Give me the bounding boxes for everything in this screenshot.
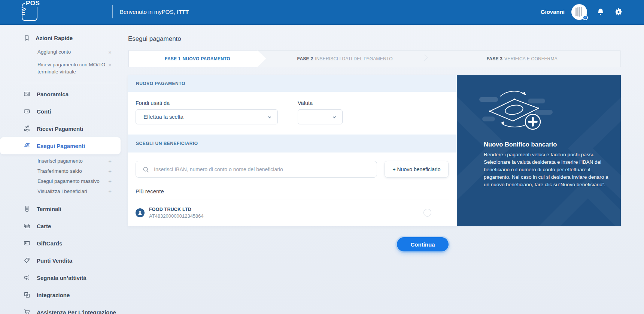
quick-action-aggiungi-conto[interactable]: Aggiungi conto × [0,48,124,55]
sidebar-item-azioni-rapide[interactable]: Azioni Rapide [0,33,124,43]
price-tag-icon [23,257,31,264]
sidebar-item-esegui-pagamenti[interactable]: Esegui Pagamenti [0,137,121,154]
sidebar-item-assistenza-integrazione[interactable]: Assistenza Per L'integrazione [0,304,124,314]
bookmark-icon [23,34,30,42]
welcome-company: ITTT [177,9,189,15]
sidebar-item-label: Panoramica [37,91,69,97]
page-title: Esegui pagamento [128,35,621,43]
section-nuovo-pagamento: NUOVO PAGAMENTO [128,75,457,92]
sidebar-divider [21,83,118,83]
sidebar-item-label: Segnala un’attività [37,275,86,281]
step-3-tab[interactable]: FASE 3 VERIFICA E CONFERMA [423,51,620,67]
plus-icon[interactable]: + [108,166,112,176]
sidebar-item-label: Assistenza Per L'integrazione [37,309,116,314]
chevron-down-icon [267,115,272,120]
step-2-tab[interactable]: FASE 2 INSERISCI I DATI DEL PAGAMENTO [266,51,423,67]
plus-icon[interactable]: + [108,186,112,196]
close-icon[interactable]: × [108,49,112,56]
wallet-icon [23,108,31,115]
integration-icon [23,291,31,299]
logo-pos-text: POS [25,0,40,7]
make-payments-icon [23,142,31,150]
avatar[interactable]: ✓ [571,4,587,20]
main-content: Esegui pagamento FASE 1 NUOVO PAGAMENTO … [128,25,621,249]
continue-button[interactable]: Continua [397,237,449,251]
sidebar-subitem-inserisci-pagamento[interactable]: Inserisci pagamento + [0,156,124,166]
mypos-logo[interactable]: POS my [22,3,37,21]
step-1-tab[interactable]: FASE 1 NUOVO PAGAMENTO [128,50,266,67]
step-phase: FASE 2 [297,56,313,61]
promo-title: Nuovo Bonifico bancario [484,141,613,148]
sidebar-item-label: Carte [37,223,51,229]
sidebar-item-carte[interactable]: Carte [0,217,124,235]
sidebar-item-label: Integrazione [37,292,70,298]
funds-select[interactable]: Effettua la scelta [136,109,278,124]
bell-icon[interactable] [596,7,605,16]
welcome-message: Benvenuto in myPOS, ITTT [120,0,189,24]
sidebar-subitem-visualizza-beneficiari[interactable]: Visualizza i beneficiari + [0,186,124,196]
currency-select[interactable] [298,109,343,124]
sidebar-item-label: Conti [37,108,51,115]
beneficiary-name: FOOD TRUCK LTD [149,207,204,212]
sidebar-subitem-trasferimento-saldo[interactable]: Trasferimento saldo + [0,166,124,176]
sidebar-item-segnala-attivita[interactable]: Segnala un’attività [0,269,124,286]
recent-divider [136,199,449,199]
welcome-prefix: Benvenuto in myPOS, [120,9,175,15]
beneficiary-radio[interactable] [423,209,431,217]
quick-actions-title: Azioni Rapide [36,35,73,41]
sidebar-item-integrazione[interactable]: Integrazione [0,286,124,304]
sidebar-item-label: Esegui Pagamenti [37,143,85,149]
sidebar-subitem-pagamento-massivo[interactable]: Esegui pagamento massivo + [0,176,124,186]
funds-label: Fondi usati da [136,100,278,106]
new-beneficiary-button[interactable]: + Nuovo beneficiario [385,161,449,178]
payments-submenu: Inserisci pagamento + Trasferimento sald… [0,156,124,196]
quick-action-ricevi-moto[interactable]: Ricevi pagamento con MO/TO terminale vir… [0,61,124,75]
building-image [574,7,584,17]
beneficiary-row[interactable]: FOOD TRUCK LTD AT483200000012345864 [136,205,449,221]
megaphone-icon [23,274,31,281]
chevron-down-icon [332,115,337,120]
step-label: VERIFICA E CONFERMA [504,56,558,61]
sidebar-item-ricevi-pagamenti[interactable]: Ricevi Pagamenti [0,120,124,137]
sidebar-item-punti-vendita[interactable]: Punti Vendita [0,252,124,269]
beneficiary-search [136,161,377,178]
sidebar-item-label: Ricevi Pagamenti [37,126,83,132]
close-icon[interactable]: × [108,61,112,69]
subitem-label: Visualizza i beneficiari [37,188,87,194]
recent-title: Più recente [136,188,449,194]
terminal-icon [23,205,31,212]
plus-icon[interactable]: + [108,156,112,166]
payment-card: NUOVO PAGAMENTO Fondi usati da Effettua … [128,75,457,226]
subitem-label: Inserisci pagamento [37,158,83,164]
wizard-steps: FASE 1 NUOVO PAGAMENTO FASE 2 INSERISCI … [128,50,621,67]
promo-line2: Selezionare la valuta desiderata e inser… [484,158,615,188]
promo-text: Rendere i pagamenti veloci e facili in p… [484,151,615,188]
funds-select-value: Effettua la scelta [143,114,183,120]
gear-icon[interactable] [614,7,623,16]
beneficiary-avatar [136,208,145,217]
step-phase: FASE 1 [165,56,181,61]
person-icon [137,210,143,216]
sidebar-item-terminali[interactable]: Terminali [0,200,124,217]
section-scegli-beneficiario: SCEGLI UN BENEFICIARIO [128,135,457,153]
plus-icon[interactable]: + [108,176,112,186]
sidebar-item-conti[interactable]: Conti [0,103,124,120]
beneficiary-iban: AT483200000012345864 [149,213,204,219]
subitem-label: Trasferimento saldo [37,168,82,174]
promo-panel: Nuovo Bonifico bancario Rendere i pagame… [457,75,621,226]
cart-icon [23,308,31,314]
search-input[interactable] [136,161,377,177]
sidebar: Azioni Rapide Aggiungi conto × Ricevi pa… [0,25,124,314]
subitem-label: Esegui pagamento massivo [37,178,100,184]
sidebar-item-label: GiftCards [37,240,62,247]
giftcard-icon [23,239,31,247]
quick-action-label: Aggiungi conto [37,49,71,55]
sidebar-item-panoramica[interactable]: Panoramica [0,85,124,103]
user-name[interactable]: Giovanni [541,9,565,15]
verified-badge-icon: ✓ [583,15,588,20]
overview-icon [23,90,31,98]
sidebar-item-giftcards[interactable]: GiftCards [0,235,124,252]
step-phase: FASE 3 [486,56,502,61]
quick-action-label: Ricevi pagamento con MO/TO terminale vir… [37,62,105,75]
promo-line1: Rendere i pagamenti veloci e facili in p… [484,151,615,158]
